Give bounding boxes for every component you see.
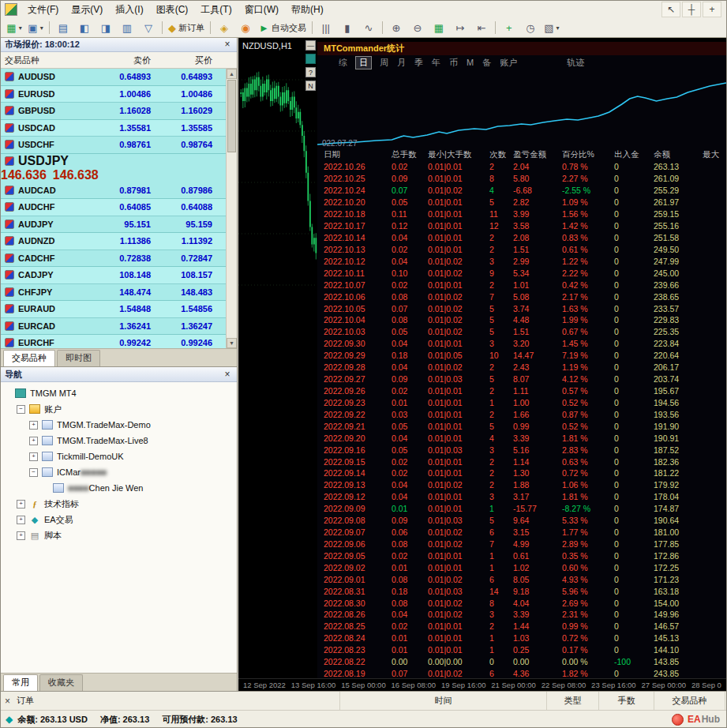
- navigator-tab-0[interactable]: 常用: [3, 674, 38, 691]
- stats-menu-item-1[interactable]: 日: [355, 56, 372, 69]
- expand-plus-icon[interactable]: +: [17, 500, 25, 508]
- market-watch-row-EURUSD[interactable]: EURUSD1.004861.00486: [1, 86, 227, 103]
- data-window-toggle-button[interactable]: ◧: [74, 19, 95, 36]
- market-watch-column-header[interactable]: 交易品种: [1, 54, 88, 66]
- tree-item[interactable]: +ƒ技术指标: [1, 496, 237, 512]
- menu-item-charts[interactable]: 图表(C): [150, 1, 195, 19]
- market-watch-row-CADJPY[interactable]: CADJPY108.148108.157: [1, 267, 227, 284]
- market-watch-row-AUDCHF[interactable]: AUDCHF0.640850.64088: [1, 199, 227, 216]
- metaeditor-button[interactable]: ◈: [214, 19, 234, 36]
- stats-menu-item-4[interactable]: 季: [414, 57, 424, 69]
- market-watch-row-EURCHF[interactable]: EURCHF0.992420.99246: [1, 335, 227, 348]
- tree-item[interactable]: +TMGM.TradeMax-Demo: [1, 417, 237, 433]
- scroll-down-icon[interactable]: ▼: [227, 338, 237, 348]
- menu-item-file[interactable]: 文件(F): [21, 1, 65, 19]
- market-watch-row-AUDNZD[interactable]: AUDNZD1.113861.11392: [1, 233, 227, 250]
- auto-trading-button[interactable]: ►自动交易: [257, 19, 309, 36]
- terminal-column-1[interactable]: 时间: [340, 692, 547, 710]
- terminal-column-2[interactable]: 类型: [547, 692, 599, 710]
- alerts-button[interactable]: ◉: [235, 19, 256, 36]
- expand-plus-icon[interactable]: +: [17, 516, 25, 524]
- expand-plus-icon[interactable]: +: [17, 531, 25, 540]
- profiles-button[interactable]: ▣▾: [25, 19, 46, 36]
- terminal-column-3[interactable]: 手数: [599, 692, 654, 710]
- strategy-tester-toggle-button[interactable]: ▽: [138, 19, 159, 36]
- tile-windows-button[interactable]: ▦: [429, 19, 449, 36]
- chevron-down-icon[interactable]: ▾: [556, 24, 560, 32]
- zoom-in-button[interactable]: ⊕: [386, 19, 407, 36]
- expand-plus-icon[interactable]: +: [29, 437, 38, 445]
- terminal-close-icon[interactable]: ×: [5, 696, 10, 707]
- terminal-column-0[interactable]: ×订单: [1, 692, 340, 710]
- scroll-thumb[interactable]: [227, 80, 236, 152]
- market-watch-row-EURAUD[interactable]: EURAUD1.548481.54856: [1, 301, 227, 318]
- market-watch-column-header[interactable]: 卖价: [88, 54, 157, 66]
- market-watch-column-header[interactable]: 买价: [157, 54, 217, 66]
- stats-menu-item-8[interactable]: 备: [482, 57, 492, 69]
- market-watch-row-EURCAD[interactable]: EURCAD1.362411.36247: [1, 318, 227, 336]
- chart-bars-button[interactable]: |||: [316, 19, 336, 36]
- market-watch-row-USDJPY[interactable]: USDJPY146.636146.638: [1, 154, 227, 182]
- chart-candles-button[interactable]: ▮: [337, 19, 358, 36]
- stats-menu-item-5[interactable]: 年: [431, 57, 441, 69]
- market-watch-row-CHFJPY[interactable]: CHFJPY148.474148.483: [1, 284, 227, 302]
- scroll-up-icon[interactable]: ▲: [227, 69, 237, 79]
- cursor-tool-icon[interactable]: ↖: [661, 2, 680, 17]
- menu-item-window[interactable]: 窗口(W): [238, 1, 285, 19]
- add-object-tool-icon[interactable]: +: [703, 2, 721, 17]
- mtc-help-button[interactable]: ?: [305, 67, 316, 77]
- mtc-panel-button[interactable]: [305, 54, 316, 64]
- zoom-out-button[interactable]: ⊖: [407, 19, 428, 36]
- terminal-toggle-button[interactable]: ▥: [117, 19, 137, 36]
- auto-scroll-button[interactable]: ↦: [450, 19, 470, 36]
- menu-item-tools[interactable]: 工具(T): [194, 1, 238, 19]
- chevron-down-icon[interactable]: ▾: [40, 24, 43, 32]
- market-watch-scrollbar[interactable]: ▲ ▼: [226, 69, 237, 348]
- market-watch-row-GBPUSD[interactable]: GBPUSD1.160281.16029: [1, 103, 227, 120]
- stats-menu-item-2[interactable]: 周: [379, 57, 389, 69]
- market-watch-tab-1[interactable]: 即时图: [57, 350, 100, 366]
- terminal-column-4[interactable]: 交易品种: [654, 692, 725, 710]
- navigator-close-icon[interactable]: ×: [222, 369, 233, 380]
- new-chart-button[interactable]: ▦▾: [4, 19, 24, 36]
- chevron-down-icon[interactable]: ▾: [19, 24, 22, 32]
- market-watch-row-CADCHF[interactable]: CADCHF0.728380.72847: [1, 250, 227, 268]
- tree-item[interactable]: ■■■■ Chen Jie Wen: [1, 480, 237, 496]
- market-watch-row-AUDUSD[interactable]: AUDUSD0.648930.64893: [1, 69, 227, 86]
- mtc-news-button[interactable]: N: [305, 81, 316, 91]
- navigator-toggle-button[interactable]: ◨: [96, 19, 116, 36]
- market-watch-row-AUDJPY[interactable]: AUDJPY95.15195.159: [1, 216, 227, 234]
- navigator-tab-1[interactable]: 收藏夹: [39, 674, 83, 691]
- stats-menu-item-track[interactable]: 轨迹: [566, 57, 585, 69]
- indicators-add-button[interactable]: +: [499, 19, 519, 36]
- stats-menu-item-0[interactable]: 综: [338, 57, 348, 69]
- crosshair-tool-icon[interactable]: ┼: [682, 2, 701, 17]
- expand-plus-icon[interactable]: +: [29, 452, 38, 461]
- menu-item-insert[interactable]: 插入(I): [109, 1, 149, 19]
- market-watch-row-USDCAD[interactable]: USDCAD1.355811.35585: [1, 120, 227, 137]
- tree-item[interactable]: +▤脚本: [1, 527, 237, 543]
- periods-button[interactable]: ◷: [520, 19, 541, 36]
- menu-item-view[interactable]: 显示(V): [65, 1, 109, 19]
- market-watch-row-USDCHF[interactable]: USDCHF0.987610.98764: [1, 137, 227, 154]
- stats-menu-item-3[interactable]: 月: [396, 57, 407, 69]
- tree-item[interactable]: +TMGM.TradeMax-Live8: [1, 433, 237, 448]
- tree-item[interactable]: TMGM MT4: [1, 385, 237, 401]
- chart-line-button[interactable]: ∿: [358, 19, 379, 36]
- stats-menu-item-7[interactable]: M: [466, 58, 474, 67]
- tree-item[interactable]: +◆EA交易: [1, 512, 237, 527]
- expand-plus-icon[interactable]: +: [29, 421, 38, 430]
- tree-item[interactable]: −ICMar■■■■■: [1, 464, 237, 480]
- new-order-button[interactable]: ◆新订单: [166, 19, 207, 36]
- market-watch-close-icon[interactable]: ×: [222, 39, 233, 50]
- stats-menu-item-6[interactable]: 币: [448, 57, 459, 69]
- market-watch-toggle-button[interactable]: ▤: [53, 19, 73, 36]
- tree-item[interactable]: +Tickmill-DemoUK: [1, 448, 237, 464]
- market-watch-row-AUDCAD[interactable]: AUDCAD0.879810.87986: [1, 182, 227, 200]
- collapse-minus-icon[interactable]: −: [17, 405, 25, 414]
- market-watch-tab-0[interactable]: 交易品种: [3, 350, 55, 366]
- chart-minimize-button[interactable]: —: [305, 40, 316, 51]
- chart-shift-button[interactable]: ⇤: [471, 19, 492, 36]
- collapse-minus-icon[interactable]: −: [29, 468, 38, 477]
- tree-item[interactable]: −账户: [1, 401, 237, 417]
